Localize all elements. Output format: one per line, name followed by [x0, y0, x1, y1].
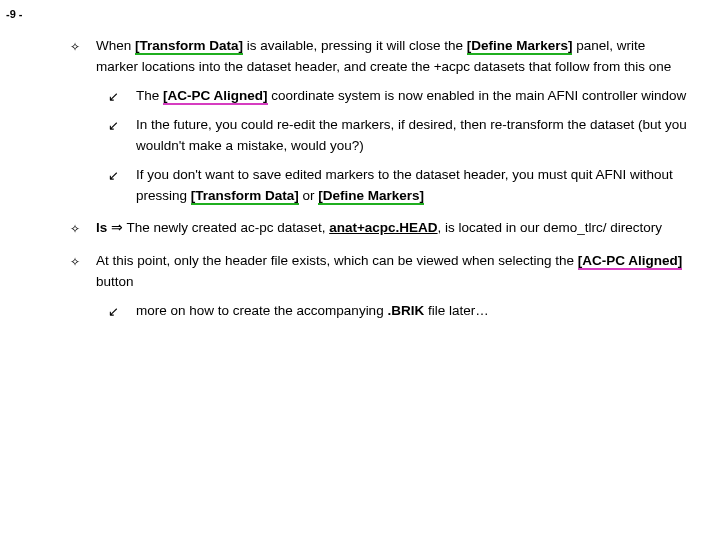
- slide-content: ✧ When [Transform Data] is available, pr…: [0, 0, 720, 354]
- transform-data-button-ref: [Transform Data]: [191, 188, 299, 203]
- text: more on how to create the accompanying: [136, 303, 387, 318]
- text: When: [96, 38, 135, 53]
- arrow-icon: ↙: [108, 302, 119, 322]
- diamond-icon: ✧: [70, 220, 80, 239]
- bullet-item: ✧ When [Transform Data] is available, pr…: [70, 36, 690, 206]
- text: button: [96, 274, 134, 289]
- sub-bullet-item: ↙ If you don't want to save edited marke…: [108, 165, 690, 207]
- text: , is located in our demo_tlrc/ directory: [438, 220, 662, 235]
- filename: anat+acpc.HEAD: [329, 220, 437, 235]
- define-markers-button-ref: [Define Markers]: [318, 188, 424, 203]
- text: coordinate system is now enabled in the …: [268, 88, 687, 103]
- bullet-item: ✧ At this point, only the header file ex…: [70, 251, 690, 322]
- acpc-aligned-button-ref: [AC-PC Aligned]: [578, 253, 683, 268]
- text: file later…: [424, 303, 489, 318]
- sub-bullet-item: ↙ more on how to create the accompanying…: [108, 301, 690, 322]
- text: is available, pressing it will close the: [243, 38, 467, 53]
- arrow-icon: ↙: [108, 166, 119, 186]
- arrow-icon: ↙: [108, 116, 119, 136]
- text: The: [136, 88, 163, 103]
- text: In the future, you could re-edit the mar…: [136, 117, 687, 153]
- acpc-aligned-button-ref: [AC-PC Aligned]: [163, 88, 268, 103]
- bullet-item: ✧ ls ⇒ The newly created ac-pc dataset, …: [70, 218, 690, 239]
- transform-data-button-ref: [Transform Data]: [135, 38, 243, 53]
- arrow-icon: ↙: [108, 87, 119, 107]
- diamond-icon: ✧: [70, 38, 80, 57]
- text: At this point, only the header file exis…: [96, 253, 578, 268]
- brik-ext: .BRIK: [387, 303, 424, 318]
- arrow-icon: ⇒: [111, 220, 123, 235]
- sub-bullet-item: ↙ In the future, you could re-edit the m…: [108, 115, 690, 157]
- define-markers-button-ref: [Define Markers]: [467, 38, 573, 53]
- text: The newly created ac-pc dataset,: [123, 220, 329, 235]
- text: or: [299, 188, 319, 203]
- sub-bullet-item: ↙ The [AC-PC Aligned] coordinate system …: [108, 86, 690, 107]
- diamond-icon: ✧: [70, 253, 80, 272]
- page-number: -9 -: [6, 6, 23, 23]
- ls-command: ls: [96, 220, 111, 235]
